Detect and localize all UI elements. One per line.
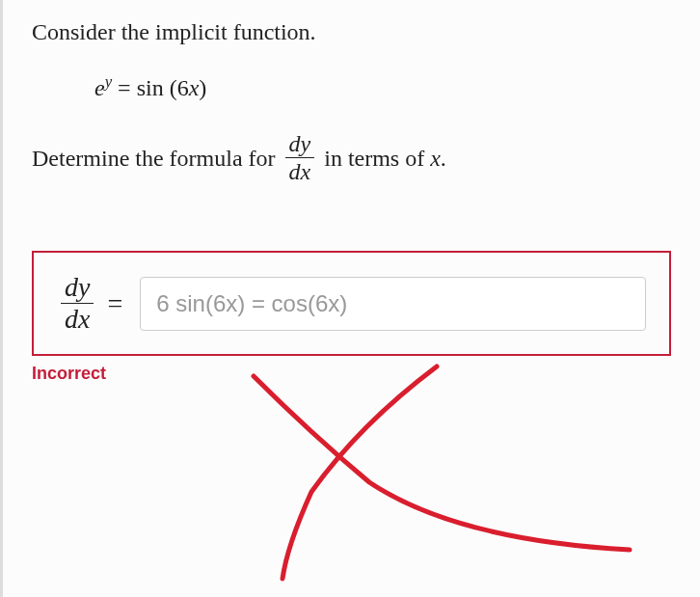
frac-denominator: dx xyxy=(285,158,315,183)
equation-equals: = xyxy=(112,75,137,100)
prompt-line-1: Consider the implicit function. xyxy=(32,19,671,45)
prompt-line-2: Determine the formula for dy dx in terms… xyxy=(32,132,671,183)
equation-lhs-base: e xyxy=(94,75,105,100)
answer-equals: = xyxy=(107,288,122,319)
equation-rhs-x: x xyxy=(189,75,200,100)
prompt2-part-c: . xyxy=(441,146,446,171)
answer-frac-num: dy xyxy=(61,274,94,304)
equation-rhs-close: ) xyxy=(199,75,206,100)
implicit-equation: ey = sin (6x) xyxy=(94,72,671,101)
equation-rhs-func: sin (6 xyxy=(137,75,189,100)
feedback-label: Incorrect xyxy=(32,364,671,384)
prompt2-x: x xyxy=(430,146,441,171)
answer-label: dy dx = xyxy=(57,274,122,333)
answer-container: dy dx = xyxy=(32,251,671,356)
answer-input[interactable] xyxy=(140,277,646,331)
answer-dy-dx: dy dx xyxy=(61,274,94,333)
equation-lhs-exp: y xyxy=(105,72,112,91)
frac-numerator: dy xyxy=(285,132,315,158)
dy-dx-fraction: dy dx xyxy=(285,132,315,183)
prompt2-part-a: Determine the formula for xyxy=(32,146,282,171)
prompt2-part-b: in terms of xyxy=(324,146,430,171)
answer-frac-den: dx xyxy=(61,304,94,333)
